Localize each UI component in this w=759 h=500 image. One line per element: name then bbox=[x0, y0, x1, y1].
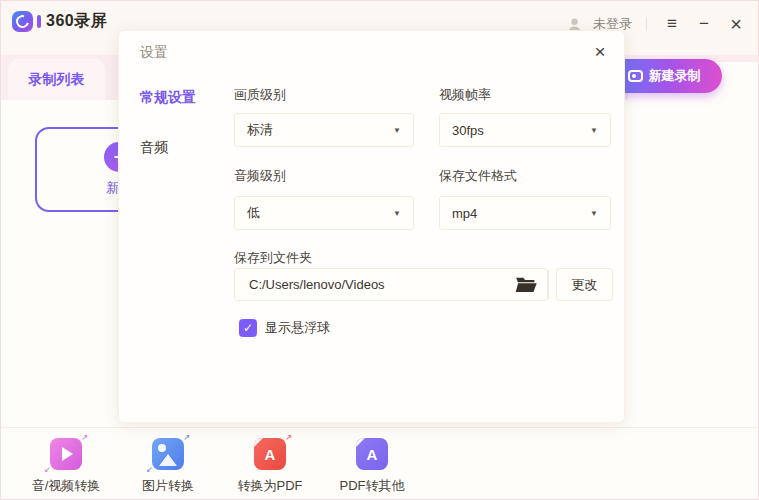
app-logo-icon bbox=[12, 11, 33, 32]
tab-recording-list[interactable]: 录制列表 bbox=[8, 59, 105, 100]
save-folder-path: C:/Users/lenovo/Videos bbox=[249, 277, 385, 292]
convert-arrow-icon: ↙ bbox=[44, 466, 51, 474]
new-recording-label: 新建录制 bbox=[649, 67, 701, 85]
app-title: 360录屏 bbox=[46, 11, 107, 32]
video-fps-value: 30fps bbox=[452, 123, 484, 138]
tool-image-convert[interactable]: ↗ ↙ 图片转换 bbox=[124, 438, 212, 495]
chevron-down-icon: ▼ bbox=[393, 209, 401, 218]
save-folder-label: 保存到文件夹 bbox=[234, 249, 312, 267]
tool-image-convert-label: 图片转换 bbox=[142, 477, 194, 495]
convert-arrow-icon: ↗ bbox=[81, 434, 88, 442]
tool-pdf-to-other[interactable]: A PDF转其他 bbox=[328, 438, 416, 495]
audio-level-label: 音频级别 bbox=[234, 167, 286, 185]
sun-icon bbox=[158, 444, 166, 452]
save-format-value: mp4 bbox=[452, 206, 477, 221]
tool-pdf-to-other-label: PDF转其他 bbox=[340, 477, 405, 495]
audio-level-value: 低 bbox=[247, 204, 260, 222]
video-fps-label: 视频帧率 bbox=[439, 86, 491, 104]
nav-audio[interactable]: 音频 bbox=[140, 139, 168, 157]
app-logo-bar bbox=[37, 15, 41, 28]
tab-recording-list-label: 录制列表 bbox=[29, 71, 85, 89]
tool-to-pdf[interactable]: ↗ A 转换为PDF bbox=[226, 438, 314, 495]
play-icon bbox=[62, 447, 73, 461]
quality-level-label: 画质级别 bbox=[234, 86, 286, 104]
floating-ball-checkbox[interactable]: ✓ bbox=[239, 319, 257, 337]
settings-dialog: 设置 × 常规设置 音频 画质级别 视频帧率 标清 ▼ 30fps ▼ 音频级别… bbox=[118, 30, 625, 423]
pdf-logo-glyph: A bbox=[265, 446, 276, 463]
video-convert-icon: ↗ ↙ bbox=[50, 438, 82, 470]
quality-level-value: 标清 bbox=[247, 121, 273, 139]
floating-ball-row: ✓ 显示悬浮球 bbox=[239, 319, 330, 337]
titlebar-divider bbox=[646, 17, 647, 31]
app-logo: 360录屏 bbox=[12, 11, 107, 32]
floating-ball-label: 显示悬浮球 bbox=[265, 319, 330, 337]
quality-level-select[interactable]: 标清 ▼ bbox=[234, 113, 414, 147]
convert-arrow-icon: ↗ bbox=[183, 434, 190, 442]
change-folder-button[interactable]: 更改 bbox=[556, 268, 613, 301]
window-close-icon[interactable]: × bbox=[725, 13, 747, 35]
chevron-down-icon: ▼ bbox=[590, 126, 598, 135]
page-fold bbox=[254, 438, 263, 447]
open-folder-icon[interactable] bbox=[515, 276, 537, 293]
pdf-convert-icon: ↗ A bbox=[254, 438, 286, 470]
video-fps-select[interactable]: 30fps ▼ bbox=[439, 113, 611, 147]
bottom-toolbar: ↗ ↙ 音/视频转换 ↗ ↙ 图片转换 ↗ A 转换为PDF A PDF转其他 bbox=[0, 427, 759, 500]
save-folder-input[interactable]: C:/Users/lenovo/Videos bbox=[234, 268, 548, 301]
nav-general-settings[interactable]: 常规设置 bbox=[140, 89, 196, 107]
recorder-icon bbox=[628, 70, 643, 82]
chevron-down-icon: ▼ bbox=[393, 126, 401, 135]
check-icon: ✓ bbox=[243, 321, 253, 335]
convert-arrow-icon: ↗ bbox=[285, 434, 292, 442]
save-format-label: 保存文件格式 bbox=[439, 167, 517, 185]
dialog-close-icon[interactable]: × bbox=[588, 40, 612, 64]
save-format-select[interactable]: mp4 ▼ bbox=[439, 196, 611, 230]
minimize-icon[interactable]: − bbox=[693, 13, 715, 35]
mountain-icon bbox=[159, 454, 177, 466]
image-convert-icon: ↗ ↙ bbox=[152, 438, 184, 470]
pdf-to-other-icon: A bbox=[356, 438, 388, 470]
convert-arrow-icon: ↙ bbox=[146, 466, 153, 474]
audio-level-select[interactable]: 低 ▼ bbox=[234, 196, 414, 230]
tool-av-convert[interactable]: ↗ ↙ 音/视频转换 bbox=[22, 438, 110, 495]
page-fold bbox=[356, 438, 365, 447]
pdf-logo-glyph: A bbox=[367, 446, 378, 463]
menu-icon[interactable]: ≡ bbox=[661, 13, 683, 35]
tool-to-pdf-label: 转换为PDF bbox=[238, 477, 303, 495]
dialog-title: 设置 bbox=[140, 44, 168, 62]
chevron-down-icon: ▼ bbox=[590, 209, 598, 218]
tool-av-convert-label: 音/视频转换 bbox=[32, 477, 101, 495]
folder-row-divider bbox=[548, 270, 549, 299]
